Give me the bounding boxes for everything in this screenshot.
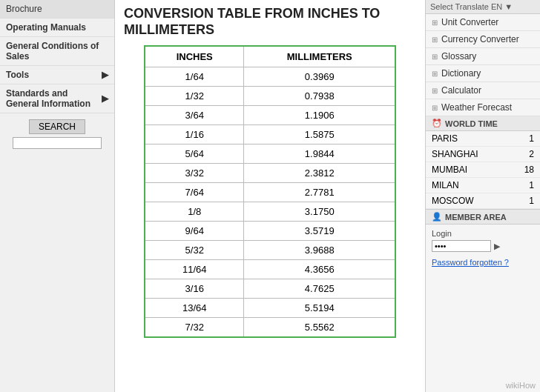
mm-cell: 3.5719 (244, 222, 395, 241)
world-time-header: ⏰ WORLD TIME (426, 116, 540, 131)
mm-cell: 0.3969 (244, 67, 395, 87)
inches-cell: 1/32 (145, 87, 244, 106)
table-row: 1/161.5875 (145, 125, 395, 144)
arrow-icon: ▶ (102, 93, 108, 104)
sidebar-item-brochure[interactable]: Brochure (0, 0, 114, 19)
inches-cell: 1/16 (145, 125, 244, 144)
table-row: 1/83.1750 (145, 202, 395, 222)
footer-badge: wikiHow (426, 379, 540, 392)
inches-cell: 5/64 (145, 144, 244, 164)
world-time-row[interactable]: MOSCOW1 (426, 193, 540, 209)
right-links-container: ⊞Unit Converter⊞Currency Converter⊞Gloss… (426, 14, 540, 116)
inches-cell: 1/8 (145, 202, 244, 222)
table-row: 1/640.3969 (145, 67, 395, 87)
inches-cell: 3/16 (145, 279, 244, 299)
mm-cell: 3.9688 (244, 241, 395, 260)
password-input[interactable] (432, 240, 491, 252)
sidebar-item-general-conditions[interactable]: General Conditions of Sales (0, 37, 114, 66)
table-row: 3/164.7625 (145, 279, 395, 299)
mm-cell: 5.5194 (244, 299, 395, 318)
right-panel-link[interactable]: ⊞Currency Converter (426, 31, 540, 48)
sidebar-item-operating-manuals[interactable]: Operating Manuals (0, 19, 114, 37)
city-time: 1 (529, 180, 534, 190)
member-area-header: 👤 MEMBER AREA (426, 209, 540, 225)
link-label: Unit Converter (441, 17, 498, 27)
link-icon: ⊞ (432, 70, 438, 78)
mm-cell: 1.9844 (244, 144, 395, 164)
table-row: 9/643.5719 (145, 222, 395, 241)
sidebar-item-tools[interactable]: Tools ▶ (0, 66, 114, 84)
city-time: 18 (524, 165, 534, 175)
world-time-row[interactable]: MUMBAI18 (426, 162, 540, 178)
mm-cell: 2.7781 (244, 183, 395, 202)
login-submit-icon[interactable]: ▶ (494, 242, 500, 251)
inches-cell: 11/64 (145, 260, 244, 279)
link-label: Dictionary (441, 68, 481, 79)
table-row: 3/322.3812 (145, 164, 395, 183)
link-icon: ⊞ (432, 36, 438, 44)
right-panel-link[interactable]: ⊞Calculator (426, 82, 540, 99)
password-forgotten-link[interactable]: Password forgotten ? (426, 256, 540, 268)
city-time: 1 (529, 133, 534, 144)
world-time-row[interactable]: PARIS1 (426, 131, 540, 147)
search-button[interactable]: SEARCH (29, 119, 85, 134)
city-name: MILAN (432, 180, 459, 190)
login-section: Login ▶ (426, 225, 540, 256)
main-content: CONVERSION TABLE FROM INCHES TO MILLIMET… (115, 0, 425, 392)
right-panel-link[interactable]: ⊞Weather Forecast (426, 99, 540, 116)
link-label: Currency Converter (441, 34, 519, 44)
login-row: ▶ (432, 240, 534, 252)
inches-cell: 3/64 (145, 106, 244, 125)
table-row: 1/320.7938 (145, 87, 395, 106)
sidebar-item-standards[interactable]: Standards and General Information ▶ (0, 84, 114, 113)
mm-cell: 1.5875 (244, 125, 395, 144)
city-time: 1 (529, 196, 534, 206)
city-name: PARIS (432, 133, 458, 144)
sidebar-search: SEARCH (0, 113, 114, 155)
mm-cell: 1.1906 (244, 106, 395, 125)
page-title: CONVERSION TABLE FROM INCHES TO MILLIMET… (124, 6, 416, 38)
table-row: 11/644.3656 (145, 260, 395, 279)
mm-cell: 3.1750 (244, 202, 395, 222)
search-input[interactable] (13, 137, 102, 149)
inches-cell: 5/32 (145, 241, 244, 260)
mm-cell: 0.7938 (244, 87, 395, 106)
world-time-rows: PARIS1SHANGHAI2MUMBAI18MILAN1MOSCOW1 (426, 131, 540, 209)
table-row: 7/642.7781 (145, 183, 395, 202)
right-panel-link[interactable]: ⊞Dictionary (426, 65, 540, 82)
world-time-row[interactable]: MILAN1 (426, 178, 540, 193)
inches-cell: 7/64 (145, 183, 244, 202)
mm-cell: 4.7625 (244, 279, 395, 299)
link-label: Calculator (441, 85, 481, 96)
city-name: MOSCOW (432, 196, 474, 206)
city-time: 2 (529, 149, 534, 159)
left-sidebar: Brochure Operating Manuals General Condi… (0, 0, 115, 392)
table-row: 3/641.1906 (145, 106, 395, 125)
city-name: SHANGHAI (432, 149, 478, 159)
city-name: MUMBAI (432, 165, 467, 175)
inches-cell: 1/64 (145, 67, 244, 87)
right-panel: Select Translate EN ▼ ⊞Unit Converter⊞Cu… (425, 0, 540, 392)
table-row: 13/645.5194 (145, 299, 395, 318)
col-inches-header: INCHES (145, 46, 244, 67)
link-icon: ⊞ (432, 19, 438, 27)
member-icon: 👤 (432, 212, 442, 222)
right-panel-top-bar: Select Translate EN ▼ (426, 0, 540, 14)
link-label: Glossary (441, 51, 476, 62)
link-label: Weather Forecast (441, 102, 512, 113)
mm-cell: 2.3812 (244, 164, 395, 183)
link-icon: ⊞ (432, 104, 438, 112)
page-header: CONVERSION TABLE FROM INCHES TO MILLIMET… (115, 0, 425, 41)
mm-cell: 4.3656 (244, 260, 395, 279)
inches-cell: 3/32 (145, 164, 244, 183)
right-panel-link[interactable]: ⊞Glossary (426, 48, 540, 65)
world-time-row[interactable]: SHANGHAI2 (426, 147, 540, 162)
inches-cell: 7/32 (145, 318, 244, 338)
table-area: INCHES MILLIMETERS 1/640.39691/320.79383… (115, 41, 425, 392)
col-mm-header: MILLIMETERS (244, 46, 395, 67)
right-panel-link[interactable]: ⊞Unit Converter (426, 14, 540, 31)
table-row: 5/323.9688 (145, 241, 395, 260)
table-row: 5/641.9844 (145, 144, 395, 164)
inches-cell: 13/64 (145, 299, 244, 318)
login-label: Login (432, 229, 534, 238)
